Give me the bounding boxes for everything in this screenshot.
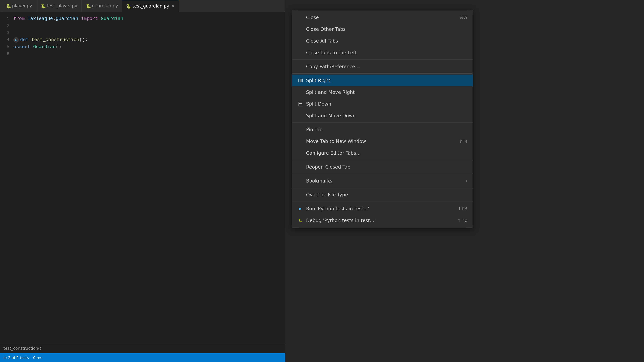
menu-label-close-tabs-left: Close Tabs to the Left <box>306 50 356 55</box>
close-tabs-left-icon <box>297 50 304 56</box>
line-number-2: 2 <box>3 23 14 28</box>
tab-test-player[interactable]: 🐍 test_player.py <box>36 0 82 12</box>
move-tab-icon <box>297 138 304 144</box>
svg-rect-4 <box>299 104 302 106</box>
line-number-5: 5 <box>3 44 14 49</box>
tab-close-button[interactable]: ✕ <box>171 4 175 8</box>
pin-icon <box>297 126 304 133</box>
tab-test-guardian[interactable]: 🐍 test_guardian.py ✕ <box>122 0 179 12</box>
bookmarks-icon <box>297 178 304 184</box>
menu-item-close[interactable]: Close ⌘W <box>292 11 473 23</box>
submenu-arrow: › <box>466 179 468 183</box>
configure-tabs-icon <box>297 150 304 156</box>
line-number-3: 3 <box>3 30 14 35</box>
close-icon <box>297 14 304 20</box>
separator-6 <box>292 188 473 188</box>
reopen-icon <box>297 164 304 170</box>
menu-item-split-right[interactable]: Split Right <box>292 75 473 86</box>
tab-label-test-player: test_player.py <box>47 3 77 8</box>
context-menu: Close ⌘W Close Other Tabs Close All Tabs… <box>292 10 473 228</box>
menu-label-override-file-type: Override File Type <box>306 192 348 198</box>
python-icon-guardian: 🐍 <box>86 3 90 8</box>
copy-path-icon <box>297 63 304 69</box>
separator-7 <box>292 202 473 202</box>
line-number-4: 4 <box>3 37 14 42</box>
tab-player[interactable]: 🐍 player.py <box>2 0 36 12</box>
menu-item-split-down[interactable]: Split Down <box>292 98 473 110</box>
menu-item-close-all-tabs[interactable]: Close All Tabs <box>292 35 473 47</box>
split-down-icon <box>297 101 304 107</box>
menu-item-copy-path[interactable]: Copy Path/Reference... <box>292 61 473 72</box>
line-number-6: 6 <box>3 51 14 56</box>
separator-3 <box>292 122 473 123</box>
menu-label-configure-tabs: Configure Editor Tabs... <box>306 150 360 156</box>
svg-rect-3 <box>299 102 302 104</box>
code-line-1: 1 from laxleague.guardian import Guardia… <box>0 15 285 22</box>
line-number-1: 1 <box>3 16 14 21</box>
split-move-down-icon <box>297 113 304 119</box>
menu-label-debug-tests: Debug 'Python tests in test...' <box>306 218 376 223</box>
function-indicator: test_construction() <box>3 346 41 351</box>
editor-area: 🐍 player.py 🐍 test_player.py 🐍 guardian.… <box>0 0 285 362</box>
code-line-4: 4 ▶ def test_construction(): <box>0 36 285 43</box>
override-file-type-icon <box>297 192 304 198</box>
menu-label-copy-path: Copy Path/Reference... <box>306 64 360 69</box>
menu-shortcut-debug-tests: ↑⌃D <box>458 218 468 223</box>
menu-item-reopen-closed-tab[interactable]: Reopen Closed Tab <box>292 161 473 173</box>
menu-label-split-move-right: Split and Move Right <box>306 89 355 95</box>
debug-tests-icon: 🐛 <box>297 217 304 223</box>
menu-label-reopen-closed-tab: Reopen Closed Tab <box>306 164 350 170</box>
menu-label-split-right: Split Right <box>306 78 330 83</box>
menu-label-split-down: Split Down <box>306 101 331 107</box>
menu-label-bookmarks: Bookmarks <box>306 178 332 184</box>
menu-item-configure-tabs[interactable]: Configure Editor Tabs... <box>292 147 473 159</box>
code-editor[interactable]: 1 from laxleague.guardian import Guardia… <box>0 12 285 61</box>
split-move-right-icon <box>297 89 304 95</box>
status-bar: d: 2 of 2 tests – 0 ms <box>0 353 285 362</box>
separator-1 <box>292 59 473 60</box>
test-status: d: 2 of 2 tests – 0 ms <box>3 356 42 360</box>
menu-item-debug-tests[interactable]: 🐛 Debug 'Python tests in test...' ↑⌃D <box>292 215 473 226</box>
menu-item-split-move-down[interactable]: Split and Move Down <box>292 110 473 121</box>
svg-rect-0 <box>298 79 300 82</box>
menu-label-pin-tab: Pin Tab <box>306 127 322 132</box>
menu-item-override-file-type[interactable]: Override File Type <box>292 189 473 201</box>
menu-label-close-all-tabs: Close All Tabs <box>306 38 338 44</box>
code-line-3: 3 <box>0 29 285 36</box>
tab-label-player: player.py <box>12 3 32 8</box>
menu-item-pin-tab[interactable]: Pin Tab <box>292 124 473 135</box>
tab-label-test-guardian: test_guardian.py <box>132 3 169 8</box>
menu-label-split-move-down: Split and Move Down <box>306 113 356 118</box>
svg-rect-2 <box>301 79 302 82</box>
run-tests-icon: ▶ <box>297 206 304 212</box>
menu-item-close-other-tabs[interactable]: Close Other Tabs <box>292 23 473 35</box>
tab-bar: 🐍 player.py 🐍 test_player.py 🐍 guardian.… <box>0 0 285 12</box>
menu-item-close-tabs-left[interactable]: Close Tabs to the Left <box>292 47 473 58</box>
menu-item-run-tests[interactable]: ▶ Run 'Python tests in test...' ↑⇧R <box>292 203 473 215</box>
menu-item-split-move-right[interactable]: Split and Move Right <box>292 86 473 98</box>
close-all-icon <box>297 38 304 44</box>
line-content-5: assert Guardian() <box>14 44 62 49</box>
line-content-1: from laxleague.guardian import Guardian <box>14 16 123 21</box>
menu-item-bookmarks[interactable]: Bookmarks › <box>292 175 473 187</box>
menu-shortcut-run-tests: ↑⇧R <box>458 206 468 211</box>
tab-label-guardian: guardian.py <box>92 3 118 8</box>
run-test-indicator[interactable]: ▶ <box>14 37 19 42</box>
menu-label-close: Close <box>306 15 319 20</box>
menu-item-move-tab-window[interactable]: Move Tab to New Window ⇧F4 <box>292 135 473 147</box>
close-other-icon <box>297 26 304 32</box>
bottom-bar: test_construction() <box>0 343 285 353</box>
menu-shortcut-close: ⌘W <box>459 15 468 20</box>
code-line-2: 2 <box>0 22 285 29</box>
code-line-6: 6 <box>0 50 285 57</box>
menu-shortcut-move-tab: ⇧F4 <box>459 139 468 144</box>
split-right-icon <box>297 77 304 83</box>
python-icon-player: 🐍 <box>6 3 10 8</box>
line-content-4: def test_construction(): <box>20 37 88 42</box>
tab-guardian[interactable]: 🐍 guardian.py <box>82 0 122 12</box>
python-icon-test-player: 🐍 <box>40 3 45 8</box>
separator-4 <box>292 160 473 160</box>
menu-label-run-tests: Run 'Python tests in test...' <box>306 206 369 212</box>
python-icon-test-guardian: 🐍 <box>126 4 131 8</box>
menu-label-close-other-tabs: Close Other Tabs <box>306 26 346 32</box>
